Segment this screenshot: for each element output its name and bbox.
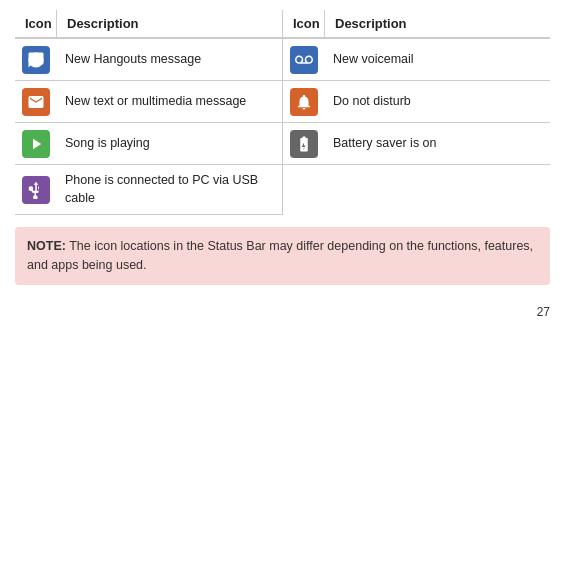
icon-cell — [283, 84, 325, 120]
message-icon — [22, 88, 50, 116]
left-icon-header: Icon — [15, 10, 57, 37]
right-desc-header: Description — [325, 10, 550, 37]
dnd-icon — [290, 88, 318, 116]
table-row: New Hangouts message — [15, 39, 282, 81]
left-desc-header: Description — [57, 10, 282, 37]
icon-cell — [15, 84, 57, 120]
table-row: New voicemail — [283, 39, 550, 81]
left-header: Icon Description — [15, 10, 283, 37]
table-header: Icon Description Icon Description — [15, 10, 550, 39]
table-row: Battery saver is on — [283, 123, 550, 165]
icon-cell — [15, 126, 57, 162]
battery-desc: Battery saver is on — [325, 129, 550, 159]
note-text: The icon locations in the Status Bar may… — [27, 239, 533, 272]
icon-cell — [283, 126, 325, 162]
hangouts-icon — [22, 46, 50, 74]
right-icon-header: Icon — [283, 10, 325, 37]
song-desc: Song is playing — [57, 129, 282, 159]
hangouts-desc: New Hangouts message — [57, 45, 282, 75]
right-table: New voicemail Do not disturb — [283, 39, 550, 215]
table-row: Phone is connected to PC via USB cable — [15, 165, 282, 215]
table-container: Icon Description Icon Description — [15, 10, 550, 215]
battery-icon — [290, 130, 318, 158]
message-desc: New text or multimedia message — [57, 87, 282, 117]
voicemail-desc: New voicemail — [325, 45, 550, 75]
left-table: New Hangouts message New text or multime… — [15, 39, 283, 215]
table-row: New text or multimedia message — [15, 81, 282, 123]
note-box: NOTE: The icon locations in the Status B… — [15, 227, 550, 285]
table-body: New Hangouts message New text or multime… — [15, 39, 550, 215]
dnd-desc: Do not disturb — [325, 87, 550, 117]
voicemail-icon — [290, 46, 318, 74]
icon-cell — [283, 42, 325, 78]
page-number: 27 — [15, 305, 550, 319]
table-row: Do not disturb — [283, 81, 550, 123]
usb-icon — [22, 176, 50, 204]
icon-cell — [15, 42, 57, 78]
table-row: Song is playing — [15, 123, 282, 165]
usb-desc: Phone is connected to PC via USB cable — [57, 166, 282, 213]
music-icon — [22, 130, 50, 158]
right-header: Icon Description — [283, 10, 550, 37]
note-label: NOTE: — [27, 239, 66, 253]
icon-cell — [15, 172, 57, 208]
